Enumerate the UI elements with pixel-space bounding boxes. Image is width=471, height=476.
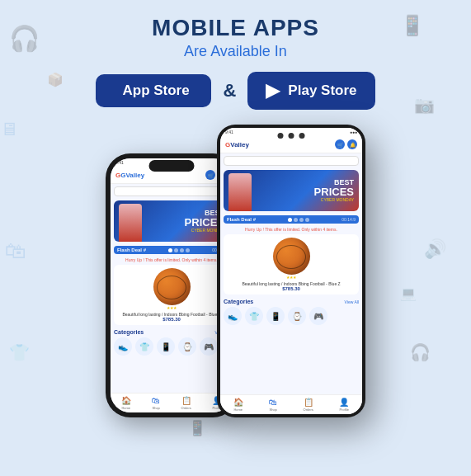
- subtitle: Are Available In: [184, 43, 287, 60]
- android-nav-orders-label: Orders: [304, 408, 313, 412]
- iphone-time: 9:41: [115, 160, 124, 165]
- android-nav-shop[interactable]: 🛍 Shop: [269, 398, 277, 412]
- android-dot-2: [294, 218, 298, 222]
- product-stars: ★★★: [167, 305, 177, 310]
- nav-orders[interactable]: 📋 Orders: [181, 396, 191, 410]
- android-camera: [278, 133, 305, 139]
- cat-icon-5[interactable]: 🎮: [200, 337, 218, 356]
- iphone-flash-deal-bar: Flash Deal # 00:14:9: [114, 246, 229, 254]
- android-product-stars: ★★★: [286, 275, 296, 280]
- dot-1: [168, 248, 172, 252]
- android-cat-icon-5[interactable]: 🎮: [309, 307, 327, 325]
- iphone-bottom-nav: 🏠 Home 🛍 Shop 📋 Orders 👤: [111, 393, 233, 412]
- android-nav-profile[interactable]: 👤 Profile: [339, 398, 349, 412]
- android-cat-icon-2[interactable]: 👕: [245, 307, 263, 325]
- android-header-icons: 🛒 🔔: [335, 139, 357, 149]
- cat-icon-4[interactable]: ⌚: [178, 337, 196, 356]
- iphone-notch: [149, 160, 195, 172]
- android-signal: ●●●: [350, 130, 357, 134]
- iphone-banner: BEST PRICES CYBER MONDAY: [114, 200, 229, 242]
- android-search-bar[interactable]: [224, 156, 359, 166]
- main-content: MOBILE APPS Are Available In App Store &…: [0, 0, 471, 417]
- iphone-logo: GGValley: [115, 172, 144, 179]
- iphone-screen: 9:41 ●●● GGValley 🛒 🔔: [111, 158, 233, 412]
- bg-icon-phone: 📱: [188, 419, 206, 437]
- android-shop-icon: 🛍: [269, 398, 277, 407]
- home-icon: 🏠: [121, 396, 131, 405]
- iphone-categories: Categories View All 👟 👕 📱 ⌚ 🎮: [114, 329, 229, 356]
- android-flash-deal-bar: Flash Deal # 00:14:9: [224, 215, 359, 224]
- play-store-label: Play Store: [288, 82, 356, 99]
- categories-title: Categories: [114, 329, 144, 335]
- android-cat-icon-4[interactable]: ⌚: [288, 307, 306, 325]
- android-hurry-up: Hurry Up ! This offer is limited. Only w…: [220, 226, 362, 233]
- dot-2: [174, 248, 178, 252]
- iphone-search-bar[interactable]: [114, 186, 229, 196]
- android-banner-text: BEST PRICES CYBER MONDAY: [314, 179, 354, 202]
- flash-dots: [168, 248, 190, 252]
- android-nav-home[interactable]: 🏠 Home: [233, 398, 243, 412]
- android-mockup: 9:41 ●●● GValley 🛒 🔔: [217, 125, 365, 417]
- product-price: $785.30: [162, 317, 181, 322]
- store-buttons-container: App Store & ▶ Play Store: [96, 72, 374, 110]
- android-flash-timer: 00:14:9: [341, 217, 356, 222]
- app-store-label: App Store: [122, 82, 189, 99]
- android-nav-profile-label: Profile: [340, 408, 349, 412]
- android-logo: GValley: [225, 141, 249, 148]
- phones-container: 9:41 ●●● GGValley 🛒 🔔: [0, 125, 471, 417]
- hurry-up-text: Hurry Up ! This offer is limited. Only w…: [111, 257, 233, 263]
- android-basketball-ball: [273, 238, 310, 275]
- cat-icon-1[interactable]: 👟: [114, 337, 132, 356]
- cam-dot-2: [289, 133, 294, 139]
- android-banner-prices: PRICES: [314, 186, 354, 197]
- categories-header: Categories View All: [114, 329, 229, 335]
- iphone-flash-deal-text: Flash Deal #: [117, 247, 146, 252]
- android-nav-orders[interactable]: 📋 Orders: [304, 398, 313, 412]
- android-time: 9:41: [225, 130, 233, 134]
- dot-4: [186, 248, 190, 252]
- android-product-card: ★★★ Beautiful long lasting / Indoors Bbi…: [224, 234, 359, 295]
- nav-home[interactable]: 🏠 Home: [121, 396, 131, 410]
- android-dot-1: [288, 218, 292, 222]
- nav-orders-label: Orders: [181, 406, 191, 410]
- android-product-price: $785.30: [282, 286, 300, 291]
- nav-shop[interactable]: 🛍 Shop: [152, 396, 160, 410]
- dot-3: [180, 248, 184, 252]
- android-dot-4: [305, 218, 309, 222]
- android-view-all[interactable]: View All: [345, 299, 359, 304]
- android-orders-icon: 📋: [304, 398, 313, 407]
- play-store-button[interactable]: ▶ Play Store: [247, 72, 374, 110]
- shop-icon: 🛍: [152, 396, 160, 405]
- android-cart-icon: 🛒: [335, 139, 345, 149]
- cat-icon-3[interactable]: 📱: [157, 337, 175, 356]
- orders-icon: 📋: [181, 396, 191, 405]
- category-icons: 👟 👕 📱 ⌚ 🎮: [114, 337, 229, 356]
- banner-person: [119, 204, 142, 242]
- android-bell-icon: 🔔: [347, 139, 357, 149]
- cam-dot-1: [278, 133, 284, 139]
- android-cat-icon-1[interactable]: 👟: [224, 307, 242, 325]
- basketball-image: [153, 268, 191, 305]
- android-flash-deal-text: Flash Deal #: [227, 217, 256, 222]
- android-dot-3: [299, 218, 304, 222]
- basketball-ball: [153, 268, 191, 305]
- cat-icon-2[interactable]: 👕: [135, 337, 153, 356]
- android-categories-title: Categories: [224, 299, 253, 304]
- cam-dot-3: [299, 133, 305, 139]
- android-category-icons: 👟 👕 📱 ⌚ 🎮: [224, 307, 359, 325]
- android-home-icon: 🏠: [233, 398, 243, 407]
- iphone-app-screen: 9:41 ●●● GGValley 🛒 🔔: [111, 158, 233, 412]
- android-bottom-nav: 🏠 Home 🛍 Shop 📋 Orders 👤: [220, 394, 362, 414]
- main-title: MOBILE APPS: [152, 15, 319, 41]
- nav-home-label: Home: [121, 406, 130, 410]
- android-app-screen: 9:41 ●●● GValley 🛒 🔔: [220, 128, 362, 414]
- android-categories: Categories View All 👟 👕 📱 ⌚ 🎮: [224, 299, 359, 325]
- play-icon: ▶: [266, 80, 280, 101]
- app-store-button[interactable]: App Store: [96, 74, 211, 107]
- android-profile-icon: 👤: [339, 398, 349, 407]
- logo-text: GValley: [120, 172, 144, 179]
- iphone-product-card: ★★★ Beautiful long lasting / Indoors Bbi…: [114, 265, 229, 325]
- android-categories-header: Categories View All: [224, 299, 359, 304]
- android-app-header: GValley 🛒 🔔: [220, 136, 362, 153]
- android-cat-icon-3[interactable]: 📱: [266, 307, 285, 325]
